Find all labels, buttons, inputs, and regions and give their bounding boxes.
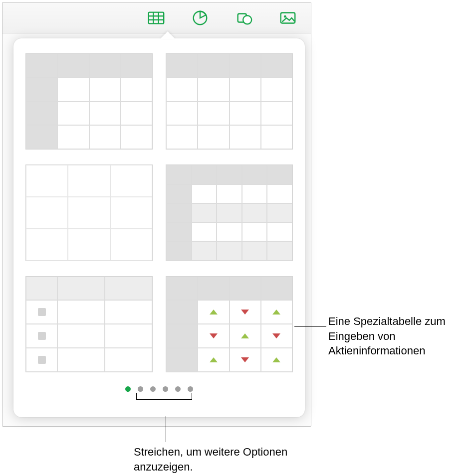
callout-bracket <box>136 393 192 400</box>
down-arrow-icon <box>272 333 280 338</box>
table-template-header-row[interactable] <box>166 53 293 150</box>
page-dot[interactable] <box>138 386 143 392</box>
image-icon <box>278 8 297 27</box>
up-arrow-icon <box>272 310 280 315</box>
checkbox-icon <box>38 308 46 316</box>
app-frame <box>2 2 311 427</box>
down-arrow-icon <box>241 357 249 362</box>
page-indicator[interactable] <box>25 386 293 392</box>
table-styles-popover <box>13 38 305 417</box>
shape-tool-button[interactable] <box>233 7 255 29</box>
pie-chart-icon <box>191 8 210 27</box>
table-template-plain[interactable] <box>25 164 153 261</box>
table-icon <box>147 8 166 27</box>
page-dot[interactable] <box>188 386 193 392</box>
svg-point-7 <box>243 15 251 24</box>
callout-leader-line <box>166 416 166 442</box>
table-template-checklist[interactable] <box>25 276 153 372</box>
page-dot[interactable] <box>163 386 168 392</box>
table-templates-grid <box>25 53 293 372</box>
checkbox-icon <box>38 356 46 364</box>
table-template-header-row-col[interactable] <box>25 53 153 150</box>
media-tool-button[interactable] <box>277 7 299 29</box>
checkbox-icon <box>38 332 46 340</box>
page-dot[interactable] <box>150 386 156 392</box>
page-dot-active[interactable] <box>125 386 131 392</box>
svg-rect-0 <box>149 12 164 23</box>
chart-tool-button[interactable] <box>189 7 211 29</box>
callout-swipe-hint: Streichen, um weitere Optionen anzuzeige… <box>134 445 313 474</box>
toolbar <box>2 2 311 33</box>
up-arrow-icon <box>210 310 218 315</box>
down-arrow-icon <box>210 333 218 338</box>
callout-stock-table: Eine Spezialtabelle zum Eingeben von Akt… <box>328 314 473 358</box>
table-template-stock[interactable] <box>166 276 293 372</box>
table-tool-button[interactable] <box>145 7 167 29</box>
up-arrow-icon <box>210 357 218 362</box>
down-arrow-icon <box>241 310 249 315</box>
up-arrow-icon <box>272 357 280 362</box>
callout-leader-line <box>294 326 326 327</box>
table-template-banded[interactable] <box>166 164 293 261</box>
svg-point-9 <box>284 15 286 17</box>
page-dot[interactable] <box>175 386 181 392</box>
shapes-icon <box>235 8 253 27</box>
up-arrow-icon <box>241 333 249 338</box>
